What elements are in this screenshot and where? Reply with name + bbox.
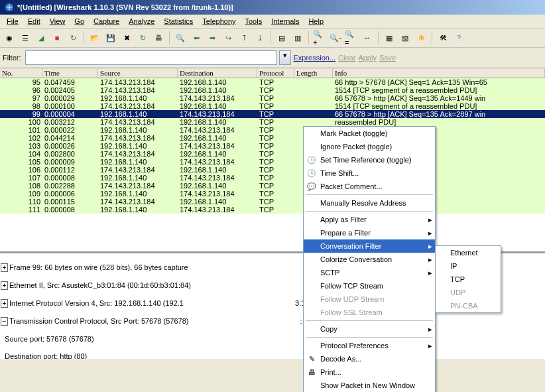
context-menu: Mark Packet (toggle) Ignore Packet (togg…	[303, 126, 436, 392]
table-row[interactable]: 960.002405174.143.213.184192.168.1.140TC…	[0, 86, 545, 94]
packet-list[interactable]: No. Time Source Destination Protocol Len…	[0, 68, 545, 253]
sub-ip[interactable]: IP	[436, 259, 501, 273]
menu-telephony[interactable]: Telephony	[198, 16, 239, 27]
save-button[interactable]: Save	[379, 54, 396, 62]
menu-edit[interactable]: Edit	[24, 16, 44, 27]
table-row[interactable]: 990.000004192.168.1.140174.143.213.184TC…	[0, 110, 545, 118]
ctx-time-shift[interactable]: 🕒Time Shift...	[304, 166, 435, 180]
col-info[interactable]: Info	[333, 68, 545, 78]
col-proto[interactable]: Protocol	[257, 68, 294, 78]
auto-scroll-icon[interactable]: ▥	[290, 31, 305, 45]
menu-help[interactable]: Help	[304, 16, 328, 27]
options-icon[interactable]: ☰	[18, 31, 32, 45]
ctx-manually-resolve[interactable]: Manually Resolve Address	[304, 196, 435, 210]
filter-dropdown-icon[interactable]: ▾	[279, 50, 291, 65]
table-row[interactable]: 1010.000022192.168.1.140174.143.213.184T…	[0, 126, 545, 134]
table-row[interactable]: 1040.002800174.143.213.184192.168.1.140T…	[0, 150, 545, 158]
go-to-packet-icon[interactable]: ↪	[221, 31, 235, 45]
open-file-icon[interactable]: 📂	[88, 31, 102, 45]
table-row[interactable]: 970.000029192.168.1.140174.143.213.184TC…	[0, 94, 545, 102]
print-icon[interactable]: 🖶	[151, 31, 166, 45]
table-row[interactable]: 950.047459174.143.213.184192.168.1.140TC…	[0, 78, 545, 86]
menu-file[interactable]: File	[3, 16, 23, 27]
col-time[interactable]: Time	[42, 68, 98, 78]
table-row[interactable]: 1050.000009192.168.1.140174.143.213.184T…	[0, 158, 545, 166]
ctx-apply-as-filter[interactable]: Apply as Filter▸	[304, 213, 435, 226]
go-first-icon[interactable]: ⤒	[237, 31, 251, 45]
sub-tcp[interactable]: TCP	[436, 273, 501, 286]
coloring-rules-icon[interactable]: ✻	[414, 31, 428, 45]
resize-columns-icon[interactable]: ↔	[360, 31, 375, 45]
col-source[interactable]: Source	[98, 68, 178, 78]
ctx-print[interactable]: 🖶Print...	[304, 365, 435, 379]
table-row[interactable]: 1080.002288174.143.213.184192.168.1.140T…	[0, 182, 545, 190]
table-row[interactable]: 1000.003212174.143.213.184192.168.1.140T…	[0, 118, 545, 126]
table-row[interactable]: 1030.000026192.168.1.140174.143.213.184T…	[0, 142, 545, 150]
table-row[interactable]: 1110.000008192.168.1.140174.143.213.184T…	[0, 206, 545, 214]
packet-list-header: No. Time Source Destination Protocol Len…	[0, 68, 545, 78]
menu-analyze[interactable]: Analyze	[125, 16, 158, 27]
menu-view[interactable]: View	[46, 16, 70, 27]
chevron-right-icon: ▸	[428, 229, 432, 237]
col-length[interactable]: Length	[294, 68, 333, 78]
ctx-ignore-packet[interactable]: Ignore Packet (toggle)	[304, 140, 435, 153]
go-forward-icon[interactable]: ➡	[205, 31, 219, 45]
table-row[interactable]: 1090.000006192.168.1.140174.143.213.184T…	[0, 190, 545, 198]
colorize-icon[interactable]: ▤	[274, 31, 289, 45]
col-dest[interactable]: Destination	[178, 68, 257, 78]
chevron-right-icon: ▸	[428, 342, 432, 350]
ctx-protocol-preferences[interactable]: Protocol Preferences▸	[304, 339, 435, 352]
menu-tools[interactable]: Tools	[241, 16, 267, 27]
capture-filters-icon[interactable]: ▦	[382, 31, 396, 45]
menu-statistics[interactable]: Statistics	[160, 16, 197, 27]
app-icon	[4, 2, 15, 13]
menu-go[interactable]: Go	[70, 16, 88, 27]
zoom-out-icon[interactable]: 🔍-	[328, 31, 343, 45]
clear-button[interactable]: Clear	[338, 54, 355, 62]
reload-icon[interactable]: ↻	[135, 31, 150, 45]
ctx-packet-comment[interactable]: 💬Packet Comment...	[304, 180, 435, 193]
restart-capture-icon[interactable]: ↻	[66, 31, 80, 45]
expression-button[interactable]: Expression...	[294, 54, 336, 62]
ctx-decode-as[interactable]: ✎Decode As...	[304, 352, 435, 365]
table-row[interactable]: 1020.044214174.143.213.184192.168.1.140T…	[0, 134, 545, 142]
ctx-set-time-reference[interactable]: 🕒Set Time Reference (toggle)	[304, 153, 435, 166]
save-file-icon[interactable]: 💾	[103, 31, 118, 45]
start-capture-icon[interactable]: ◢	[34, 31, 48, 45]
ctx-conversation-filter[interactable]: Conversation Filter▸	[304, 239, 435, 253]
apply-button[interactable]: Apply	[358, 54, 377, 62]
preferences-icon[interactable]: 🛠	[436, 31, 450, 45]
table-row[interactable]: 980.000100174.143.213.184192.168.1.140TC…	[0, 102, 545, 110]
ctx-colorize-conversation[interactable]: Colorize Conversation▸	[304, 253, 435, 266]
ctx-follow-tcp-stream[interactable]: Follow TCP Stream	[304, 279, 435, 293]
close-file-icon[interactable]: ✖	[119, 31, 134, 45]
menu-internals[interactable]: Internals	[267, 16, 303, 27]
clock-icon: 🕒	[306, 169, 317, 178]
sub-ethernet[interactable]: Ethernet	[436, 246, 501, 259]
ctx-copy[interactable]: Copy▸	[304, 322, 435, 336]
table-row[interactable]: 1060.000112174.143.213.184192.168.1.140T…	[0, 166, 545, 174]
go-last-icon[interactable]: ⤓	[253, 31, 267, 45]
filter-input[interactable]	[25, 50, 277, 65]
zoom-normal-icon[interactable]: 🔍=	[344, 31, 359, 45]
interfaces-icon[interactable]: ◉	[2, 31, 17, 45]
ctx-new-window[interactable]: Show Packet in New Window	[304, 379, 435, 392]
menu-capture[interactable]: Capture	[90, 16, 123, 27]
comment-icon: 💬	[306, 182, 317, 191]
conversation-filter-submenu: Ethernet IP TCP UDP PN-CBA	[435, 245, 501, 313]
zoom-in-icon[interactable]: 🔍+	[312, 31, 327, 45]
help-icon[interactable]: ?	[452, 31, 466, 45]
menu-bar: File Edit View Go Capture Analyze Statis…	[0, 15, 545, 29]
find-icon[interactable]: 🔍	[173, 31, 188, 45]
window-title: *(Untitled) [Wireshark 1.10.3 (SVN Rev 5…	[17, 3, 233, 11]
display-filters-icon[interactable]: ▧	[398, 31, 412, 45]
table-row[interactable]: 1100.000115174.143.213.184192.168.1.140T…	[0, 198, 545, 206]
go-back-icon[interactable]: ⬅	[189, 31, 204, 45]
ctx-sctp[interactable]: SCTP▸	[304, 266, 435, 279]
ctx-prepare-a-filter[interactable]: Prepare a Filter▸	[304, 226, 435, 239]
stop-capture-icon[interactable]: ■	[50, 31, 64, 45]
ctx-mark-packet[interactable]: Mark Packet (toggle)	[304, 127, 435, 140]
chevron-right-icon: ▸	[428, 216, 432, 224]
table-row[interactable]: 1070.000008192.168.1.140174.143.213.184T…	[0, 174, 545, 182]
col-no[interactable]: No.	[0, 68, 42, 78]
